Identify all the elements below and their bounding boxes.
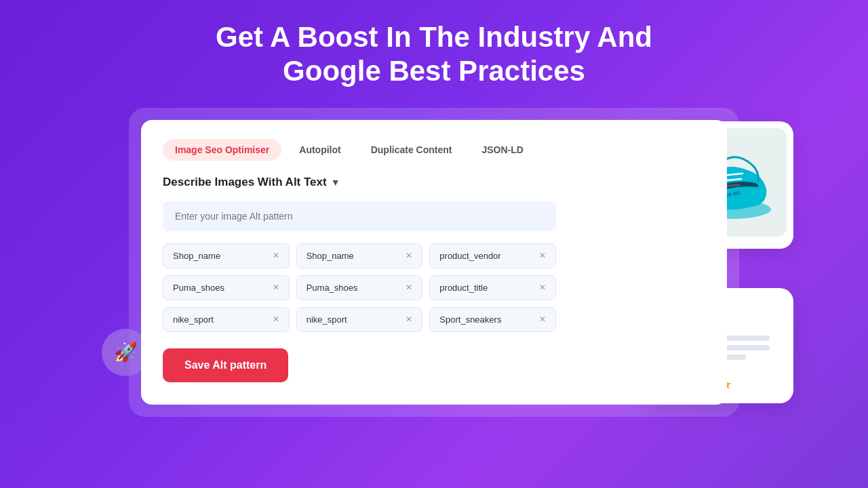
headline-line2: Google Best Practices (283, 55, 585, 87)
tag-label: Puma_shoes (307, 283, 358, 293)
tab-autopilot[interactable]: Autopilot (287, 139, 353, 161)
card-container: 🚀 JUST SO SO (129, 108, 739, 417)
tag-product-title: product_title ✕ (429, 275, 556, 300)
tag-label: nike_sport (307, 314, 347, 325)
tab-image-seo[interactable]: Image Seo Optimiser (163, 139, 281, 161)
tag-close-4[interactable]: ✕ (273, 283, 279, 292)
tag-close-9[interactable]: ✕ (539, 314, 546, 324)
tab-json-ld[interactable]: JSON-LD (469, 139, 535, 161)
alt-pattern-input[interactable] (163, 201, 556, 231)
tag-close-6[interactable]: ✕ (539, 283, 546, 292)
tag-shop-name-1: Shop_name ✕ (163, 243, 290, 268)
section-title-text: Describe Images With Alt Text (163, 176, 327, 189)
headline-line1: Get A Boost In The Industry And (216, 21, 652, 53)
main-card: Image Seo Optimiser Autopilot Duplicate … (141, 120, 727, 405)
tag-close-2[interactable]: ✕ (406, 251, 412, 260)
tags-grid: Shop_name ✕ Shop_name ✕ product_vendor ✕… (163, 243, 556, 332)
tag-puma-shoes-2: Puma_shoes ✕ (296, 275, 423, 300)
tag-close-3[interactable]: ✕ (539, 251, 546, 260)
tag-label: product_vendor (439, 251, 500, 261)
dropdown-arrow-icon[interactable]: ▼ (331, 177, 340, 188)
tag-shop-name-2: Shop_name ✕ (296, 243, 423, 268)
tag-sport-sneakers: Sport_sneakers ✕ (429, 307, 556, 332)
tag-close-8[interactable]: ✕ (406, 314, 412, 324)
tag-label: Puma_shoes (173, 283, 224, 293)
tab-duplicate-content[interactable]: Duplicate Content (359, 139, 465, 161)
tag-label: nike_sport (173, 314, 214, 325)
headline: Get A Boost In The Industry And Google B… (216, 20, 652, 89)
tag-nike-sport-1: nike_sport ✕ (163, 307, 290, 332)
tag-puma-shoes-1: Puma_shoes ✕ (163, 275, 290, 300)
tag-label: Shop_name (307, 251, 354, 261)
rocket-icon: 🚀 (114, 341, 138, 363)
tag-close-7[interactable]: ✕ (273, 314, 279, 324)
tag-close-1[interactable]: ✕ (273, 251, 279, 260)
save-alt-pattern-button[interactable]: Save Alt pattern (163, 348, 288, 382)
tag-label: Shop_name (173, 251, 220, 261)
tag-product-vendor: product_vendor ✕ (429, 243, 556, 268)
tag-close-5[interactable]: ✕ (406, 283, 412, 292)
tab-bar: Image Seo Optimiser Autopilot Duplicate … (163, 139, 705, 161)
tag-label: product_title (439, 283, 488, 293)
section-title: Describe Images With Alt Text ▼ (163, 176, 705, 189)
tag-label: Sport_sneakers (439, 314, 501, 325)
tag-nike-sport-2: nike_sport ✕ (296, 307, 423, 332)
